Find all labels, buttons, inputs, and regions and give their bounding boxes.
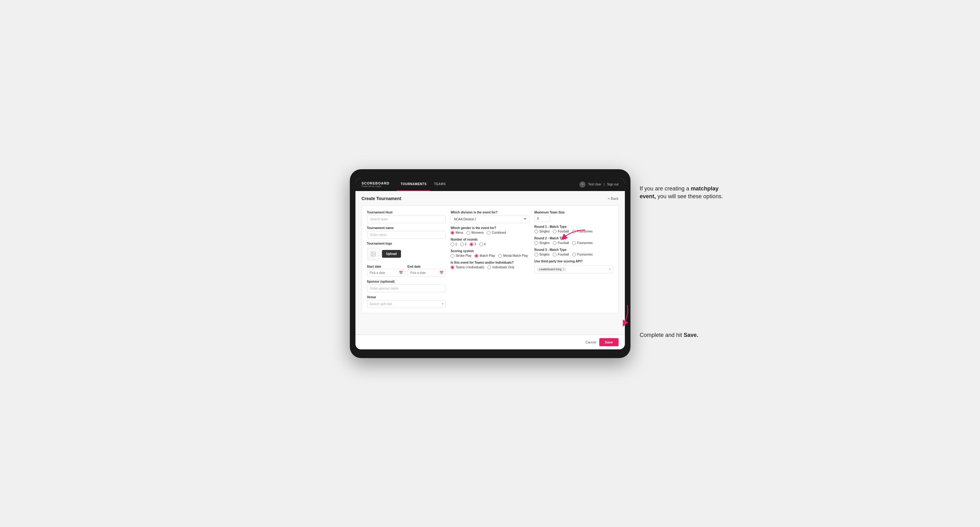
venue-select[interactable]: Search golf club	[367, 300, 446, 308]
teams-teams-option[interactable]: Teams (+Individuals)	[450, 265, 484, 269]
round3-fourball-radio[interactable]	[553, 253, 557, 257]
tournament-name-input[interactable]	[367, 231, 446, 239]
rounds-1-label: 1	[455, 243, 457, 246]
scoring-match-radio[interactable]	[474, 254, 478, 258]
rounds-2-radio[interactable]	[460, 243, 464, 246]
rounds-4-option[interactable]: 4	[479, 243, 486, 246]
round3-singles-option[interactable]: Singles	[535, 253, 550, 257]
rounds-3-radio[interactable]	[469, 243, 473, 246]
sign-out-link[interactable]: Sign out	[607, 183, 619, 186]
teams-individuals-radio[interactable]	[487, 265, 491, 269]
gender-womens-option[interactable]: Womens	[466, 231, 484, 235]
rounds-label: Number of rounds	[450, 238, 530, 241]
scoring-match-option[interactable]: Match Play	[474, 254, 495, 258]
round3-fourball-option[interactable]: Fourball	[553, 253, 569, 257]
end-date-label: End date	[407, 265, 421, 268]
rounds-1-radio[interactable]	[450, 243, 454, 246]
teams-individuals-option[interactable]: Individuals Only	[487, 265, 514, 269]
round2-singles-option[interactable]: Singles	[535, 241, 550, 245]
tournament-name-group: Tournament name	[367, 226, 446, 239]
tournament-host-group: Tournament Host	[367, 211, 446, 223]
nav-tab-teams[interactable]: TEAMS	[430, 178, 450, 191]
scoring-medal-label: Medal Match Play	[503, 254, 528, 257]
gender-womens-label: Womens	[471, 231, 484, 234]
round1-fourball-radio[interactable]	[553, 230, 557, 233]
gender-label: Which gender is the event for?	[450, 226, 530, 230]
rounds-2-option[interactable]: 2	[460, 243, 467, 246]
teams-teams-radio[interactable]	[450, 265, 454, 269]
logo-title: SCOREBOARD	[362, 182, 390, 185]
gender-combined-radio[interactable]	[487, 231, 490, 235]
gender-combined-option[interactable]: Combined	[487, 231, 506, 235]
rounds-group: Number of rounds 1 2	[450, 238, 530, 246]
round2-singles-radio[interactable]	[535, 241, 538, 245]
api-group: Use third-party live scoring API? Leader…	[535, 260, 613, 273]
start-date-input[interactable]	[367, 269, 405, 277]
sponsor-group: Sponsor (optional)	[367, 280, 446, 292]
sponsor-input[interactable]	[367, 284, 446, 292]
round3-foursomes-option[interactable]: Foursomes	[572, 253, 593, 257]
scoring-match-label: Match Play	[480, 254, 495, 257]
annotation-save: Complete and hit Save.	[640, 331, 727, 339]
gender-womens-radio[interactable]	[466, 231, 470, 235]
scoring-medal-option[interactable]: Medal Match Play	[498, 254, 528, 258]
arrow-save-icon	[612, 302, 630, 327]
gender-mens-option[interactable]: Mens	[450, 231, 463, 235]
end-date-input[interactable]	[407, 269, 445, 277]
round1-singles-option[interactable]: Singles	[535, 230, 550, 233]
rounds-3-label: 3	[474, 243, 476, 246]
form-section-right: Maximum Team Size Round 1 - Match Type S…	[535, 211, 613, 308]
max-team-size-input[interactable]	[535, 215, 550, 222]
rounds-3-option[interactable]: 3	[469, 243, 476, 246]
end-date-group: End date 📅	[407, 264, 445, 277]
scoring-medal-radio[interactable]	[498, 254, 502, 258]
gender-mens-radio[interactable]	[450, 231, 454, 235]
round1-singles-label: Singles	[539, 230, 550, 233]
round2-fourball-radio[interactable]	[553, 241, 557, 245]
division-label: Which division is the event for?	[450, 211, 530, 214]
page-title: Create Tournament	[362, 196, 401, 201]
max-team-size-label: Maximum Team Size	[535, 211, 613, 214]
user-name: Test User	[588, 183, 601, 186]
round3-foursomes-label: Foursomes	[577, 253, 593, 256]
tournament-logo-label: Tournament logo	[367, 242, 446, 245]
teams-radio-group: Teams (+Individuals) Individuals Only	[450, 265, 530, 269]
round3-singles-radio[interactable]	[535, 253, 538, 257]
round3-match-type-group: Round 3 - Match Type Singles Fourball	[535, 248, 613, 257]
logo-sub: Powered by clippt	[362, 185, 390, 187]
back-button[interactable]: < Back	[608, 197, 619, 200]
division-group: Which division is the event for? NCAA Di…	[450, 211, 530, 223]
rounds-1-option[interactable]: 1	[450, 243, 457, 246]
nav-right: T Test User | Sign out	[579, 181, 619, 187]
scoring-stroke-radio[interactable]	[450, 254, 454, 258]
date-row: Start date 📅 End date	[367, 264, 446, 277]
scoring-stroke-option[interactable]: Stroke Play	[450, 254, 471, 258]
sponsor-label: Sponsor (optional)	[367, 280, 446, 283]
nav-tab-tournaments[interactable]: TOURNAMENTS	[397, 178, 430, 191]
teams-teams-label: Teams (+Individuals)	[455, 265, 484, 269]
teams-group: Is this event for Teams and/or Individua…	[450, 261, 530, 269]
upload-button[interactable]: Upload	[382, 250, 401, 258]
tournament-host-input[interactable]	[367, 215, 446, 223]
round3-label: Round 3 - Match Type	[535, 248, 613, 251]
start-date-label: Start date	[367, 265, 381, 268]
logo-upload-area: Upload	[367, 248, 446, 260]
save-button[interactable]: Save	[599, 338, 619, 346]
arrow-matchplay-icon	[560, 227, 589, 243]
teams-individuals-label: Individuals Only	[492, 265, 514, 269]
dates-group: Start date 📅 End date	[367, 264, 446, 277]
round3-foursomes-radio[interactable]	[572, 253, 576, 257]
app-nav: SCOREBOARD Powered by clippt TOURNAMENTS…	[355, 178, 625, 191]
rounds-4-radio[interactable]	[479, 243, 483, 246]
cancel-button[interactable]: Cancel	[585, 340, 596, 344]
venue-wrapper: Search golf club ▾	[367, 300, 446, 308]
scoring-radio-group: Stroke Play Match Play Medal Match Play	[450, 254, 530, 258]
api-tag-close[interactable]: ×	[563, 268, 564, 271]
division-select[interactable]: NCAA Division I NCAA Division II NCAA Di…	[450, 215, 530, 223]
api-select[interactable]: Leaderboard King × ▾	[535, 265, 613, 273]
venue-label: Venue	[367, 295, 446, 299]
round1-singles-radio[interactable]	[535, 230, 538, 233]
scoring-label: Scoring system	[450, 249, 530, 253]
rounds-2-label: 2	[465, 243, 467, 246]
tablet-frame: SCOREBOARD Powered by clippt TOURNAMENTS…	[350, 169, 630, 358]
